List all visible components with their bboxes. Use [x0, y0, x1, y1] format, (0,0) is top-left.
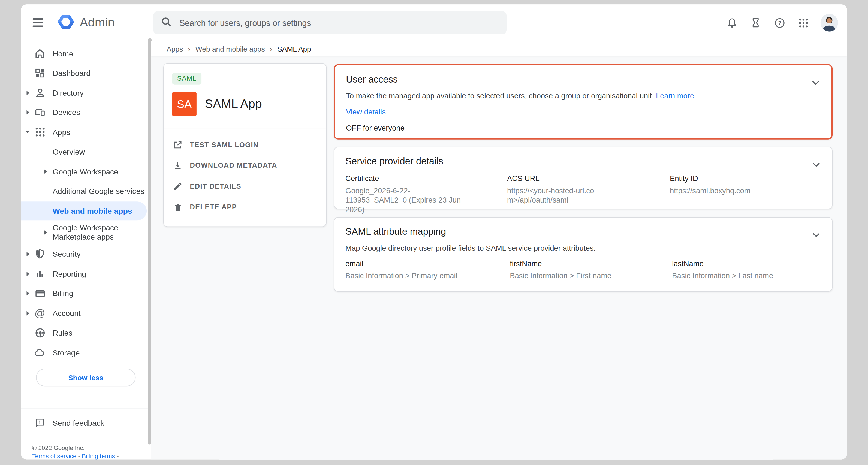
service-provider-details-card[interactable]: Service provider details Certificate Goo… — [334, 147, 833, 209]
attribute-mapping-fields: email Basic Information > Primary email … — [345, 259, 821, 298]
saml-attribute-mapping-card[interactable]: SAML attribute mapping Map Google direct… — [334, 217, 833, 292]
sidebar: Home Dashboard Directory Devices — [21, 41, 151, 459]
breadcrumb-web-and-mobile-apps[interactable]: Web and mobile apps — [195, 44, 265, 53]
download-metadata-button[interactable]: DOWNLOAD METADATA — [164, 155, 326, 176]
billing-terms-link[interactable]: Billing terms — [82, 453, 115, 459]
sidebar-item-label: Billing — [53, 289, 73, 298]
expand-right-icon[interactable] — [26, 111, 29, 115]
copyright-text: © 2022 Google Inc. — [32, 444, 119, 452]
sidebar-item-dashboard[interactable]: Dashboard — [21, 63, 151, 83]
sidebar-item-storage[interactable]: Storage — [21, 343, 151, 362]
chevron-down-icon[interactable] — [813, 159, 820, 169]
view-details-link[interactable]: View details — [346, 108, 386, 116]
topbar: Admin ? — [21, 4, 847, 41]
sidebar-item-reporting[interactable]: Reporting — [21, 264, 151, 284]
user-avatar[interactable] — [820, 14, 838, 32]
sidebar-item-rules[interactable]: Rules — [21, 323, 151, 343]
field-label: firstName — [510, 259, 659, 268]
lastname-mapping-field: lastName Basic Information > Last name — [672, 259, 822, 280]
sidebar-item-label: Security — [53, 250, 81, 258]
footer-links: Terms of service - Billing terms - — [32, 452, 119, 459]
devices-icon — [33, 106, 46, 119]
action-label: DELETE APP — [190, 203, 237, 211]
field-value: Basic Information > Last name — [672, 271, 822, 281]
svg-text:?: ? — [778, 20, 781, 26]
action-label: DOWNLOAD METADATA — [190, 162, 277, 169]
firstname-mapping-field: firstName Basic Information > First name — [510, 259, 659, 280]
breadcrumb: Apps › Web and mobile apps › SAML App — [151, 41, 847, 56]
show-less-button[interactable]: Show less — [36, 369, 136, 386]
download-icon — [172, 160, 183, 171]
user-access-card[interactable]: User access To make the managed app avai… — [334, 64, 833, 140]
menu-icon[interactable] — [33, 16, 46, 29]
sidebar-item-web-and-mobile-apps[interactable]: Web and mobile apps — [21, 201, 151, 220]
test-saml-login-button[interactable]: TEST SAML LOGIN — [164, 134, 326, 155]
search-input[interactable] — [178, 18, 506, 28]
expand-down-icon[interactable] — [25, 131, 30, 133]
field-value: Basic Information > Primary email — [345, 271, 495, 281]
pencil-icon — [172, 181, 183, 192]
sidebar-item-additional-google-services[interactable]: Additional Google services — [21, 181, 151, 201]
sidebar-item-security[interactable]: Security — [21, 245, 151, 264]
chevron-down-icon[interactable] — [812, 78, 819, 88]
sidebar-item-billing[interactable]: Billing — [21, 284, 151, 303]
delete-app-button[interactable]: DELETE APP — [164, 197, 326, 218]
search-icon — [161, 17, 172, 29]
field-label: lastName — [672, 259, 822, 268]
send-feedback-button[interactable]: Send feedback — [21, 413, 151, 432]
sidebar-item-label: Google Workspace — [53, 167, 118, 176]
sidebar-item-label: Storage — [53, 348, 80, 357]
sidebar-item-directory[interactable]: Directory — [21, 83, 151, 103]
email-mapping-field: email Basic Information > Primary email — [345, 259, 495, 280]
sidebar-item-gw-marketplace-apps[interactable]: Google Workspace Marketplace apps — [21, 220, 151, 244]
sidebar-item-overview[interactable]: Overview — [21, 142, 151, 162]
breadcrumb-apps[interactable]: Apps — [166, 44, 183, 53]
field-label: Entity ID — [670, 175, 814, 183]
terms-of-service-link[interactable]: Terms of service — [32, 453, 76, 459]
sidebar-item-label: Dashboard — [53, 69, 91, 78]
sidebar-item-home[interactable]: Home — [21, 43, 151, 63]
search-bar[interactable] — [153, 11, 506, 34]
person-icon — [33, 86, 46, 99]
help-icon[interactable]: ? — [773, 16, 786, 29]
card-title: Service provider details — [345, 156, 821, 167]
field-value: Google_2026-6-22-113953_SAML2_0 (Expires… — [345, 186, 466, 214]
cloud-icon — [33, 346, 46, 359]
card-description: To make the managed app available to sel… — [346, 92, 820, 100]
sidebar-item-apps[interactable]: Apps — [21, 122, 151, 142]
service-provider-fields: Certificate Google_2026-6-22-113953_SAML… — [345, 175, 821, 213]
sidebar-item-devices[interactable]: Devices — [21, 103, 151, 122]
expand-right-icon[interactable] — [44, 169, 47, 174]
home-icon — [33, 47, 46, 60]
content-body: SAML SA SAML App TEST SAML LOGIN DO — [151, 56, 847, 459]
steering-wheel-icon — [33, 326, 46, 340]
expand-right-icon[interactable] — [26, 91, 29, 95]
expand-right-icon[interactable] — [44, 230, 47, 235]
expand-right-icon[interactable] — [26, 311, 29, 315]
saml-type-badge: SAML — [172, 72, 202, 85]
sidebar-footer: © 2022 Google Inc. Terms of service - Bi… — [32, 444, 119, 460]
field-label: ACS URL — [507, 175, 596, 183]
description-text: To make the managed app available to sel… — [346, 92, 654, 100]
settings-cards: User access To make the managed app avai… — [334, 64, 833, 292]
brand-name: Admin — [80, 16, 115, 30]
footer-separator: - — [117, 453, 119, 459]
learn-more-link[interactable]: Learn more — [656, 92, 694, 100]
notifications-bell-icon[interactable] — [725, 16, 739, 29]
edit-details-button[interactable]: EDIT DETAILS — [164, 176, 326, 197]
topbar-right: ? — [725, 4, 838, 41]
chevron-down-icon[interactable] — [813, 230, 820, 240]
brand-logo[interactable]: Admin — [57, 13, 115, 32]
sidebar-item-account[interactable]: @ Account — [21, 303, 151, 323]
google-apps-grid-icon[interactable] — [797, 16, 810, 29]
sidebar-item-google-workspace[interactable]: Google Workspace — [21, 162, 151, 181]
expand-right-icon[interactable] — [26, 272, 29, 276]
field-label: email — [345, 259, 495, 268]
hourglass-icon[interactable] — [749, 16, 762, 29]
expand-right-icon[interactable] — [26, 291, 29, 296]
expand-right-icon[interactable] — [26, 252, 29, 256]
field-value: Basic Information > First name — [510, 271, 659, 281]
app-title: SAML App — [205, 97, 262, 111]
sidebar-item-label: Rules — [53, 329, 72, 337]
shield-icon — [33, 247, 46, 261]
